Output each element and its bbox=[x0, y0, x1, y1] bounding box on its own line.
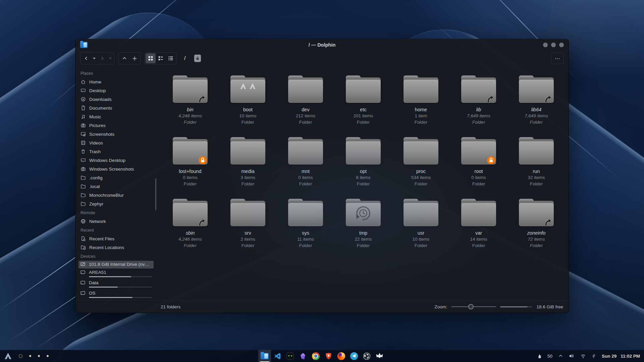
sidebar-item-recent-locations[interactable]: Recent Locations bbox=[75, 243, 157, 252]
folder-count-status: 21 folders bbox=[161, 304, 180, 309]
taskbar-app-chrome[interactable] bbox=[309, 350, 322, 362]
taskbar-app-dolphin[interactable] bbox=[258, 350, 271, 362]
forward-button[interactable] bbox=[97, 53, 107, 63]
taskbar-app-vscode[interactable] bbox=[271, 350, 284, 362]
sidebar-item-home[interactable]: Home bbox=[75, 77, 157, 86]
sidebar-item-pictures[interactable]: Pictures bbox=[75, 121, 157, 130]
sidebar-item-recent-files[interactable]: Recent Files bbox=[75, 234, 157, 243]
section-header-places: Places bbox=[75, 69, 157, 77]
folder-item-usr[interactable]: usr 10 items Folder bbox=[392, 199, 450, 260]
tray-stat-value[interactable]: 50 bbox=[547, 354, 552, 359]
folder-item-zoneinfo[interactable]: zoneinfo 72 items Folder bbox=[507, 199, 565, 260]
go-up-button[interactable] bbox=[119, 53, 129, 63]
sidebar-item-music[interactable]: Music bbox=[75, 112, 157, 121]
task-icons bbox=[258, 350, 386, 362]
folder-item-lib[interactable]: lib 7,649 items Folder bbox=[450, 75, 507, 137]
sidebar-item-trash[interactable]: Trash bbox=[75, 147, 157, 156]
sidebar-item-screenshots[interactable]: Screenshots bbox=[75, 130, 157, 138]
folder-item-sys[interactable]: sys 11 items Folder bbox=[277, 199, 334, 260]
sidebar-item-windows-desktop[interactable]: Windows Desktop bbox=[75, 156, 157, 165]
forward-history-dropdown[interactable] bbox=[107, 53, 113, 63]
sidebar-item-documents[interactable]: Documents bbox=[75, 104, 157, 112]
humidity-drop-icon[interactable] bbox=[538, 354, 542, 359]
folder-item-tmp[interactable]: tmp 22 items Folder bbox=[334, 199, 392, 260]
folder-item-dev[interactable]: dev 212 items Folder bbox=[277, 75, 334, 137]
folder-item-opt[interactable]: opt 8 items Folder bbox=[334, 137, 392, 199]
device-item-data[interactable]: Data bbox=[78, 279, 154, 289]
device-item-area51[interactable]: AREA51 bbox=[78, 269, 154, 279]
folder-item-run[interactable]: run 32 items Folder bbox=[507, 137, 565, 199]
folder-name: usr bbox=[392, 230, 450, 236]
overflow-menu-button[interactable]: ⋯ bbox=[551, 53, 564, 64]
folder-type: Folder bbox=[219, 181, 277, 187]
zoom-slider-handle[interactable] bbox=[468, 304, 474, 309]
hard-drive-icon bbox=[80, 269, 86, 275]
network-globe-icon bbox=[80, 219, 86, 224]
volume-icon[interactable] bbox=[569, 353, 575, 359]
desktop-3-indicator[interactable] bbox=[38, 355, 40, 357]
folder-item-proc[interactable]: proc 534 items Folder bbox=[392, 137, 450, 199]
folder-count: 8 items bbox=[334, 174, 392, 181]
folder-name: root bbox=[450, 168, 507, 174]
sidebar-item-zephyr[interactable]: Zephyr bbox=[75, 199, 157, 208]
icons-view-button[interactable] bbox=[146, 53, 156, 63]
wifi-icon[interactable] bbox=[580, 354, 586, 359]
locked-badge-icon[interactable] bbox=[194, 55, 201, 62]
folder-item-media[interactable]: media 3 items Folder bbox=[219, 137, 277, 199]
taskbar-app-dragon[interactable] bbox=[373, 350, 386, 362]
sidebar-item-label: Videos bbox=[89, 140, 103, 145]
folder-icon bbox=[80, 184, 86, 189]
taskbar-app-brave[interactable] bbox=[322, 350, 335, 362]
folder-item-root[interactable]: root 0 items Folder bbox=[450, 137, 507, 199]
folder-item-sbin[interactable]: sbin 4,246 items Folder bbox=[161, 199, 219, 260]
folder-icon bbox=[173, 75, 208, 103]
details-view-button[interactable] bbox=[156, 53, 166, 63]
system-tray: 50 Sun 29 11:02 PM bbox=[538, 353, 640, 359]
power-bolt-icon[interactable] bbox=[592, 353, 596, 359]
taskbar-app-obs[interactable] bbox=[360, 350, 373, 362]
folder-count: 14 items bbox=[450, 236, 507, 242]
back-button[interactable] bbox=[81, 53, 91, 63]
folder-item-srv[interactable]: srv 2 items Folder bbox=[219, 199, 277, 260]
tray-expand-chevron-icon[interactable] bbox=[558, 354, 563, 358]
back-history-dropdown[interactable] bbox=[91, 53, 97, 63]
folder-item-home[interactable]: home 1 item Folder bbox=[392, 75, 450, 137]
sidebar-item-downloads[interactable]: Downloads bbox=[75, 95, 157, 104]
sidebar-item-config[interactable]: .config bbox=[75, 173, 157, 182]
desktop-4-indicator[interactable] bbox=[47, 355, 49, 357]
desktop-2-indicator[interactable] bbox=[29, 355, 31, 357]
taskbar-app-terminal[interactable] bbox=[284, 350, 297, 362]
list-view-button[interactable] bbox=[166, 53, 176, 63]
folder-count: 0 items bbox=[277, 174, 334, 181]
app-launcher-arch-icon[interactable] bbox=[4, 352, 12, 360]
folder-item-boot[interactable]: boot 10 items Folder bbox=[219, 75, 277, 137]
virtual-desktop-pager[interactable] bbox=[19, 354, 49, 358]
sidebar-item-videos[interactable]: Videos bbox=[75, 138, 157, 147]
sidebar-scrollbar[interactable] bbox=[155, 178, 156, 210]
device-item-internal-drive[interactable]: 101.8 GiB Internal Drive (nvme… bbox=[78, 261, 154, 268]
taskbar-app-firefox[interactable] bbox=[335, 350, 347, 362]
breadcrumb-root[interactable]: / bbox=[184, 55, 185, 61]
folder-item-etc[interactable]: etc 201 items Folder bbox=[334, 75, 392, 137]
clock[interactable]: Sun 29 11:02 PM bbox=[602, 354, 640, 359]
taskbar-app-obsidian[interactable] bbox=[297, 350, 309, 362]
folder-item-mnt[interactable]: mnt 0 items Folder bbox=[277, 137, 334, 199]
zoom-slider[interactable] bbox=[451, 304, 496, 310]
new-tab-button[interactable] bbox=[129, 53, 140, 63]
history-clock-emblem-icon bbox=[354, 204, 372, 222]
titlebar[interactable]: / — Dolphin bbox=[75, 39, 569, 51]
sidebar-item-network[interactable]: Network bbox=[75, 217, 157, 226]
sidebar-item-local[interactable]: .local bbox=[75, 182, 157, 191]
folder-item-lost-found[interactable]: lost+found 0 items Folder bbox=[161, 137, 219, 199]
folder-icon bbox=[519, 75, 554, 103]
taskbar-app-telegram[interactable] bbox=[347, 350, 360, 362]
folder-item-var[interactable]: var 14 items Folder bbox=[450, 199, 507, 260]
folder-item-bin[interactable]: bin 4,246 items Folder bbox=[161, 75, 219, 137]
sidebar-item-windows-screenshots[interactable]: Windows Screenshots bbox=[75, 165, 157, 173]
sidebar-item-monochromeblur[interactable]: MonochromeBlur bbox=[75, 191, 157, 199]
folder-item-lib64[interactable]: lib64 7,649 items Folder bbox=[507, 75, 565, 137]
folder-type: Folder bbox=[392, 242, 450, 249]
desktop-1-indicator[interactable] bbox=[19, 354, 22, 358]
sidebar-item-desktop[interactable]: Desktop bbox=[75, 86, 157, 95]
device-item-os[interactable]: OS bbox=[78, 290, 154, 300]
